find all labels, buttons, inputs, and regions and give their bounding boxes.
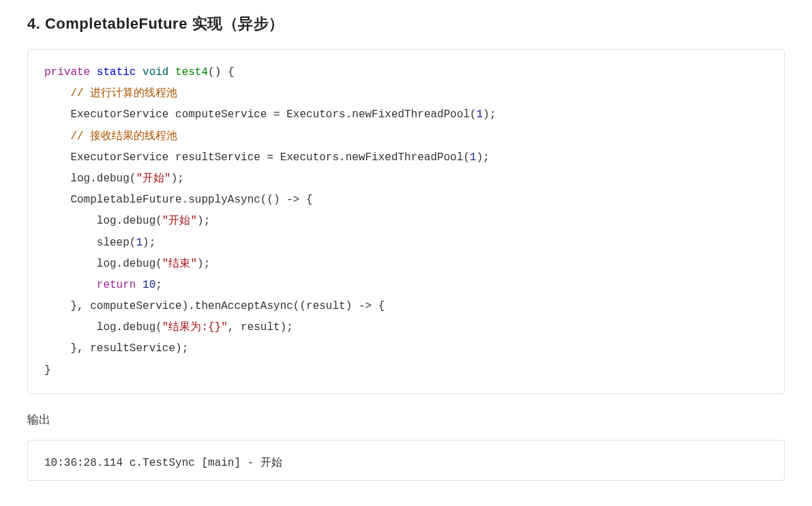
code-token: , result);: [228, 321, 293, 333]
code-token: "结果为:{}": [162, 321, 228, 333]
code-token: return: [97, 279, 136, 291]
code-token: void: [142, 66, 168, 78]
code-token: [44, 130, 70, 143]
code-token: CompletableFuture.supplyAsync((): [44, 194, 286, 206]
code-token: // 进行计算的线程池: [70, 87, 177, 100]
code-token: {: [372, 300, 385, 312]
section-heading: 4. CompletableFuture 实现（异步）: [27, 14, 785, 34]
code-token: private: [44, 66, 90, 78]
code-token: 1: [470, 151, 477, 164]
code-token: [44, 279, 97, 291]
code-token: );: [483, 108, 496, 121]
code-token: log.debug(: [44, 258, 162, 270]
output-label: 输出: [27, 412, 785, 428]
code-token: static: [97, 66, 136, 78]
code-token: [136, 279, 142, 291]
code-token: [168, 66, 175, 78]
output-block: 10:36:28.114 c.TestSync [main] - 开始: [27, 440, 785, 481]
code-token: // 接收结果的线程池: [70, 130, 177, 143]
code-token: );: [477, 151, 490, 164]
code-token: 10: [142, 279, 155, 291]
code-token: ExecutorService computeService = Executo…: [44, 108, 477, 121]
code-token: ->: [286, 194, 299, 206]
code-token: );: [197, 215, 210, 227]
code-token: log.debug(: [44, 321, 162, 333]
code-token: );: [171, 173, 184, 185]
code-token: }: [44, 364, 51, 376]
code-block: private static void test4() { // 进行计算的线程…: [27, 49, 785, 394]
code-token: ExecutorService resultService = Executor…: [44, 151, 470, 164]
code-token: () {: [208, 66, 234, 78]
code-token: );: [197, 258, 210, 270]
code-token: log.debug(: [44, 215, 162, 227]
code-token: [90, 66, 97, 78]
code-token: ;: [155, 279, 162, 291]
code-token: "结束": [162, 258, 197, 270]
code-token: [44, 87, 70, 100]
code-token: sleep(: [44, 237, 136, 249]
code-token: }, computeService).thenAcceptAsync((resu…: [44, 300, 359, 312]
code-token: {: [299, 194, 312, 206]
code-token: test4: [175, 66, 208, 78]
code-token: }, resultService);: [44, 342, 188, 355]
code-token: [136, 66, 142, 78]
code-token: "开始": [162, 215, 197, 227]
code-token: log.debug(: [44, 173, 136, 185]
code-token: 1: [477, 108, 483, 121]
code-token: "开始": [136, 173, 170, 185]
code-token: 1: [136, 237, 142, 249]
code-token: ->: [359, 300, 372, 312]
code-token: );: [142, 237, 155, 249]
